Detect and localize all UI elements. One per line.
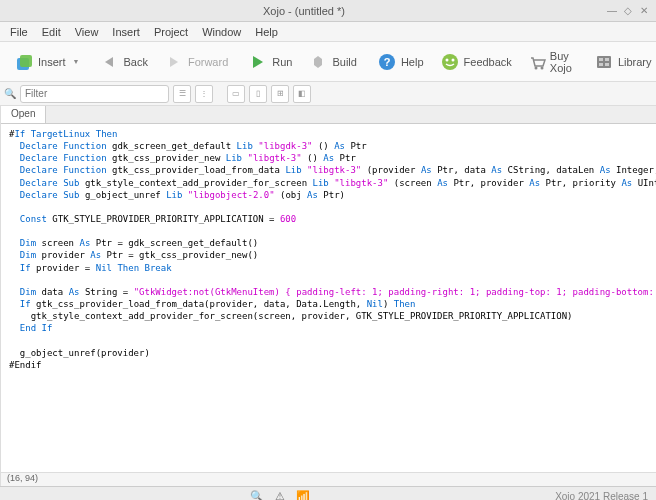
- buy-button[interactable]: Buy Xojo: [522, 47, 580, 77]
- filter-opt-1[interactable]: ☰: [173, 85, 191, 103]
- filter-opt-2[interactable]: ⋮: [195, 85, 213, 103]
- svg-point-6: [451, 58, 454, 61]
- svg-rect-1: [20, 55, 32, 67]
- svg-text:?: ?: [384, 56, 391, 68]
- forward-button[interactable]: Forward: [158, 49, 234, 75]
- toolbar: Insert▼ Back Forward Run Build ?Help Fee…: [0, 42, 656, 82]
- code-editor[interactable]: #If TargetLinux Then Declare Function gd…: [1, 124, 656, 472]
- view-opt-1[interactable]: ▭: [227, 85, 245, 103]
- svg-rect-12: [599, 63, 603, 66]
- menubar: File Edit View Insert Project Window Hel…: [0, 22, 656, 42]
- menu-file[interactable]: File: [4, 24, 34, 40]
- menu-window[interactable]: Window: [196, 24, 247, 40]
- help-button[interactable]: ?Help: [371, 49, 430, 75]
- menu-edit[interactable]: Edit: [36, 24, 67, 40]
- status-icons: 🔍 ⚠ 📶: [8, 490, 555, 500]
- svg-point-8: [540, 66, 543, 69]
- menu-help[interactable]: Help: [249, 24, 284, 40]
- menu-insert[interactable]: Insert: [106, 24, 146, 40]
- feedback-button[interactable]: Feedback: [434, 49, 518, 75]
- close-button[interactable]: ✕: [638, 5, 650, 17]
- view-opt-3[interactable]: ⊞: [271, 85, 289, 103]
- menu-view[interactable]: View: [69, 24, 105, 40]
- editor-pane: Open #If TargetLinux Then Declare Functi…: [1, 106, 656, 486]
- minimize-button[interactable]: —: [606, 5, 618, 17]
- version-label: Xojo 2021 Release 1: [555, 491, 648, 500]
- svg-rect-9: [597, 56, 611, 68]
- run-button[interactable]: Run: [242, 49, 298, 75]
- svg-rect-10: [599, 58, 603, 61]
- svg-rect-13: [605, 63, 609, 66]
- library-button[interactable]: Library: [588, 49, 656, 75]
- window-title: Xojo - (untitled *): [6, 5, 602, 17]
- cursor-position: (16, 94): [1, 472, 656, 486]
- insert-button[interactable]: Insert▼: [8, 49, 85, 75]
- maximize-button[interactable]: ◇: [622, 5, 634, 17]
- build-button[interactable]: Build: [302, 49, 362, 75]
- back-button[interactable]: Back: [93, 49, 153, 75]
- menu-project[interactable]: Project: [148, 24, 194, 40]
- view-opt-4[interactable]: ◧: [293, 85, 311, 103]
- titlebar: Xojo - (untitled *) — ◇ ✕: [0, 0, 656, 22]
- svg-point-7: [534, 66, 537, 69]
- editor-tab-open[interactable]: Open: [1, 106, 46, 123]
- filter-input[interactable]: [20, 85, 169, 103]
- svg-rect-11: [605, 58, 609, 61]
- view-opt-2[interactable]: ▯: [249, 85, 267, 103]
- svg-point-5: [445, 58, 448, 61]
- filterbar: 🔍 ☰ ⋮ ▭ ▯ ⊞ ◧: [0, 82, 656, 106]
- search-icon: 🔍: [4, 88, 16, 99]
- svg-point-4: [442, 54, 458, 70]
- statusbar: 🔍 ⚠ 📶 Xojo 2021 Release 1: [0, 486, 656, 500]
